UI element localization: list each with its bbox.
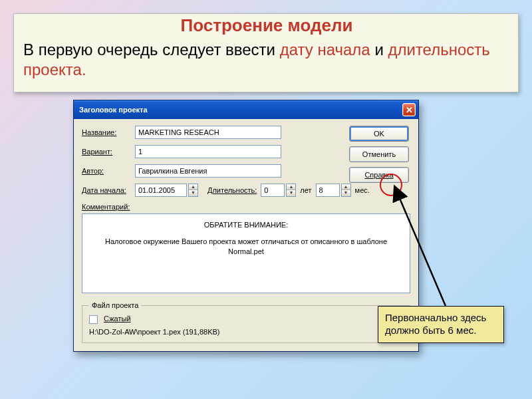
file-legend: Файл проекта xyxy=(89,301,141,309)
body-mid: и xyxy=(370,41,388,59)
callout-box: Первоначально здесь должно быть 6 мес. xyxy=(378,306,504,343)
help-button[interactable]: Справка xyxy=(349,167,409,183)
variant-input[interactable] xyxy=(135,145,281,158)
callout-text: Первоначально здесь должно быть 6 мес. xyxy=(385,312,486,336)
note-body: Налоговое окружение Вашего проекта может… xyxy=(89,237,403,257)
years-spinner[interactable]: ▲▼ xyxy=(286,184,296,197)
slide-title: Построение модели xyxy=(23,15,510,36)
date-spinner[interactable]: ▲▼ xyxy=(188,184,198,197)
author-label: Автор: xyxy=(82,167,135,175)
months-unit: мес. xyxy=(355,186,370,194)
years-unit: лет xyxy=(300,186,311,194)
close-button[interactable]: ✕ xyxy=(402,103,416,116)
help-label: Справка xyxy=(364,171,393,179)
button-column: OK Отменить Справка xyxy=(349,126,409,183)
variant-label: Вариант: xyxy=(82,148,135,156)
spinner-down-icon: ▼ xyxy=(189,190,198,196)
close-icon: ✕ xyxy=(406,105,413,115)
comment-textarea[interactable]: ОБРАТИТЕ ВНИМАНИЕ: Налоговое окружение В… xyxy=(82,213,410,293)
spinner-down-icon: ▼ xyxy=(287,190,295,196)
duration-label: Длительность: xyxy=(207,186,257,194)
date-label: Дата начала: xyxy=(82,186,135,194)
months-input[interactable] xyxy=(316,184,340,197)
compressed-label: Сжатый xyxy=(104,315,131,323)
slide-header: Построение модели В первую очередь следу… xyxy=(13,13,519,92)
cancel-button[interactable]: Отменить xyxy=(349,146,409,162)
spinner-up-icon: ▲ xyxy=(342,184,350,190)
name-label: Название: xyxy=(82,128,135,136)
spinner-down-icon: ▼ xyxy=(342,190,350,196)
years-input[interactable] xyxy=(261,184,285,197)
file-groupbox: Файл проекта Сжатый H:\DO-Zol-AW\проект … xyxy=(82,301,410,343)
name-input[interactable] xyxy=(135,126,281,139)
compressed-checkbox[interactable] xyxy=(89,315,98,324)
dialog-titlebar[interactable]: Заголовок проекта ✕ xyxy=(74,100,418,119)
spinner-up-icon: ▲ xyxy=(189,184,198,190)
author-input[interactable] xyxy=(135,164,281,178)
spinner-up-icon: ▲ xyxy=(287,184,295,190)
comment-label: Комментарий: xyxy=(82,203,130,211)
dialog-title: Заголовок проекта xyxy=(79,106,148,114)
ok-button[interactable]: OK xyxy=(349,126,409,142)
slide-body: В первую очередь следует ввести дату нач… xyxy=(23,40,510,80)
note-title: ОБРАТИТЕ ВНИМАНИЕ: xyxy=(89,221,403,229)
project-header-dialog: Заголовок проекта ✕ OK Отменить Справка … xyxy=(73,100,419,352)
months-spinner[interactable]: ▲▼ xyxy=(341,184,351,197)
body-prefix: В первую очередь следует ввести xyxy=(23,41,280,59)
dialog-body: OK Отменить Справка Название: Вариант: А… xyxy=(74,119,418,351)
body-red1: дату начала xyxy=(280,41,370,59)
date-input[interactable] xyxy=(135,184,187,197)
file-path: H:\DO-Zol-AW\проект 1.pex (191,88KB) xyxy=(89,328,403,336)
